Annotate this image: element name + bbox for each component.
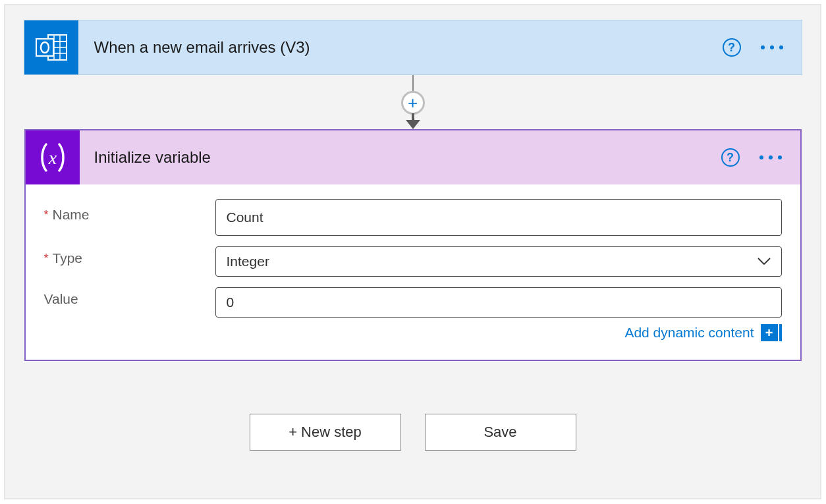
variable-icon: x [34, 139, 71, 176]
add-step-plus-icon[interactable]: + [401, 91, 425, 115]
required-asterisk: * [44, 208, 49, 222]
help-icon[interactable]: ? [721, 148, 740, 167]
svg-marker-9 [406, 120, 420, 129]
outlook-icon-tile [24, 20, 78, 74]
bottom-action-bar: + New step Save [24, 414, 802, 451]
add-dynamic-content-link[interactable]: Add dynamic content [624, 325, 754, 341]
action-title: Initialize variable [80, 148, 721, 167]
type-select-value: Integer [227, 254, 269, 269]
connector-line [412, 75, 414, 91]
designer-frame: When a new email arrives (V3) ? + [4, 4, 821, 499]
type-input-cell: Integer [215, 246, 782, 277]
action-form: * Name * Type [26, 184, 800, 360]
trigger-title: When a new email arrives (V3) [78, 38, 723, 57]
name-input[interactable] [215, 199, 782, 236]
name-input-cell [215, 199, 782, 236]
dynamic-content-handle[interactable] [779, 324, 782, 341]
action-card-initialize-variable: x Initialize variable ? * Name [24, 129, 802, 361]
label-name-text: Name [53, 207, 90, 223]
label-type-text: Type [53, 250, 83, 266]
svg-text:x: x [47, 148, 57, 168]
label-value: Value [44, 287, 215, 307]
add-dynamic-content-plus-icon[interactable]: + [761, 324, 778, 341]
help-icon[interactable]: ? [723, 38, 741, 57]
form-row-type: * Type Integer [44, 246, 782, 277]
form-row-value: Value [44, 287, 782, 318]
type-select-wrap: Integer [215, 246, 782, 277]
type-select[interactable]: Integer [215, 246, 782, 277]
outlook-icon [34, 30, 69, 65]
trigger-card-email[interactable]: When a new email arrives (V3) ? [24, 20, 802, 75]
connector: + [24, 75, 802, 129]
label-type: * Type [44, 246, 215, 266]
value-input[interactable] [215, 287, 782, 318]
new-step-button[interactable]: + New step [250, 414, 401, 451]
trigger-menu-icon[interactable] [761, 45, 783, 49]
save-button[interactable]: Save [425, 414, 576, 451]
arrow-down-icon [402, 113, 424, 129]
action-header[interactable]: x Initialize variable ? [26, 130, 800, 184]
label-name: * Name [44, 199, 215, 223]
label-value-text: Value [44, 291, 78, 307]
value-input-cell [215, 287, 782, 318]
required-asterisk: * [44, 252, 49, 266]
flow-designer-canvas: When a new email arrives (V3) ? + [0, 0, 826, 504]
variable-icon-tile: x [26, 130, 80, 184]
dynamic-content-row: Add dynamic content + [44, 324, 782, 341]
form-row-name: * Name [44, 199, 782, 236]
save-label: Save [483, 424, 516, 441]
new-step-label: + New step [289, 424, 362, 441]
action-menu-icon[interactable] [759, 155, 782, 159]
